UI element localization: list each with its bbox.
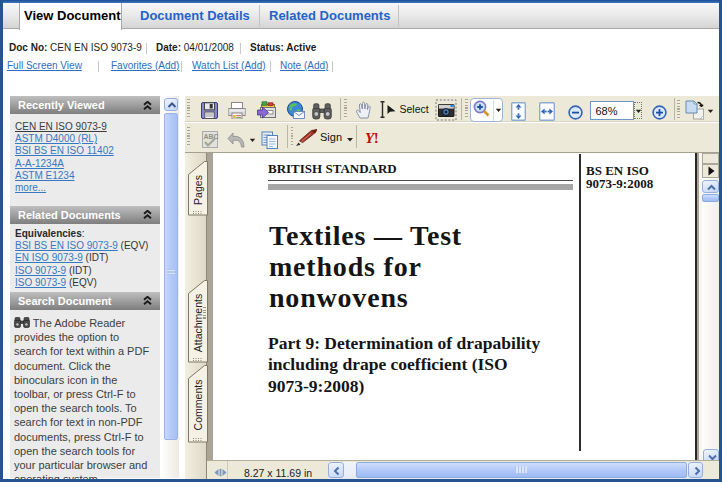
svg-text:Pages: Pages (192, 175, 204, 205)
svg-text:Attachments: Attachments (192, 294, 204, 352)
svg-text:ABC: ABC (204, 133, 219, 140)
svg-text:Comments: Comments (192, 380, 204, 431)
